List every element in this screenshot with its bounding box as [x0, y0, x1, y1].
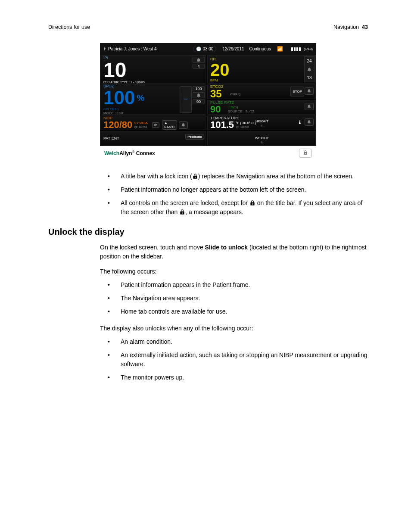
header-left: Directions for use [48, 24, 90, 30]
patient-type: Pediatric [185, 134, 204, 140]
spo2-wave-icon: 〰 [180, 86, 192, 113]
list2-1: An alarm condition. [100, 337, 368, 346]
list1-3: Home tab controls are available for use. [100, 307, 368, 316]
patient-panel: PATIENT Pediatric [100, 131, 206, 146]
list1-1: Patient information appears in the Patie… [100, 280, 368, 289]
pr-bell [305, 103, 314, 110]
lock-icon [179, 209, 185, 215]
nibp-value: 120/80 [103, 120, 132, 130]
page-header: Directions for use Navigation 43 [48, 24, 368, 30]
header-right: Navigation 43 [333, 24, 368, 30]
antenna-icon: 📶 [277, 46, 283, 52]
ipi-panel: IPI 10 PEDIATRIC TYPE : 1 - 3 years 4 [100, 55, 206, 84]
nibp-panel: NIBP 120/80 SYS/DIA@ 10:58 ⟳ ▲START [100, 115, 206, 130]
spo2-bell [193, 92, 205, 98]
battery-text: (1:10) [304, 47, 313, 51]
clock-chip: 🕐 03:00 [193, 46, 216, 52]
body-text: A title bar with a lock icon () replaces… [100, 172, 368, 217]
device-status-bar: ⚕ Patricia J. Jones : West 4 🕐 03:00 12/… [100, 43, 316, 55]
ipi-limit: 4 [193, 64, 205, 69]
temp-bell [305, 118, 314, 126]
lock-icon [192, 173, 198, 179]
temp-value: 101.5 [210, 120, 234, 130]
date: 12/29/2011 [222, 47, 244, 51]
etco2-bell [305, 87, 314, 95]
bullet-1: A title bar with a lock icon () replaces… [100, 172, 368, 181]
etco2-value: 35 [210, 89, 222, 99]
rr-value: 20 [210, 61, 313, 78]
hw-panel: HEIGHTin WEIGHTlb PAIN [207, 131, 316, 146]
lock-icon [249, 200, 255, 206]
mode: Continuous [249, 47, 271, 51]
etco2-panel: etCO2 35 mmHg STOP [207, 84, 316, 99]
pr-value: 90 [210, 105, 221, 114]
device-screenshot: ⚕ Patricia J. Jones : West 4 🕐 03:00 12/… [100, 43, 316, 160]
list2-2: An externally initiated action, such as … [100, 351, 368, 369]
lock-button[interactable] [299, 149, 312, 158]
spo2-value: 100 [103, 88, 135, 107]
rr-panel: RR 20 BPM 24 13 [207, 55, 316, 84]
spo2-hi: 100 [193, 86, 205, 91]
etco2-stop: STOP [290, 87, 304, 96]
spo2-lo: 90 [193, 99, 205, 104]
bullet-2: Patient information no longer appears at… [100, 185, 368, 194]
patient-name: Patricia J. Jones : West 4 [108, 47, 157, 51]
battery-icon: ▮▮▮▮ [291, 46, 301, 52]
section-heading: Unlock the display [48, 227, 368, 237]
pr-panel: PULSE RATE 90 ♡/MINSOURCE : SpO2 [207, 100, 316, 115]
caduceus-icon: ⚕ [103, 47, 106, 51]
brand-bar: WelchAllyn® Connex [100, 146, 316, 160]
list2-3: The monitor powers up. [100, 373, 368, 382]
rr-alarm-box: 24 13 [304, 56, 314, 82]
ipi-bell [193, 57, 205, 63]
bullet-3: All controls on the screen are locked, e… [100, 199, 368, 217]
nibp-bell [179, 121, 188, 129]
thermometer-icon: 🌡 [297, 119, 302, 125]
list1-2: The Navigation area appears. [100, 294, 368, 303]
spo2-panel: SpO2 100% ( PI 19.3 ) MODE : Fast 〰 100 … [100, 84, 206, 115]
para-2: The following occurs: [100, 267, 368, 276]
para-1: On the locked screen, touch and move Sli… [100, 243, 368, 261]
start-button: ▲START [162, 120, 177, 130]
interval-icon: ⟳ [152, 122, 159, 128]
para-3: The display also unlocks when any of the… [100, 324, 368, 333]
